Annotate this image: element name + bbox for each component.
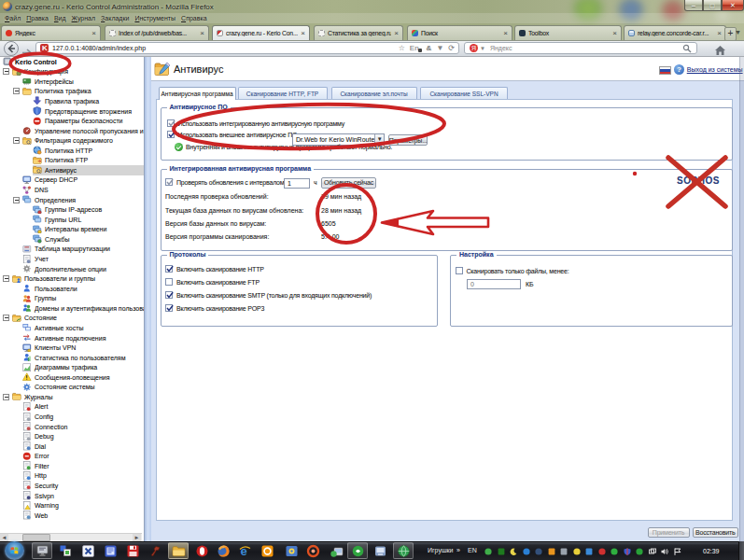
- app-tab-1[interactable]: Сканирование HTTP, FTP: [238, 87, 328, 99]
- taskbar-icon-tool-darkred[interactable]: [148, 544, 162, 558]
- tree-item-body[interactable]: DNS: [22, 185, 144, 195]
- tree-item-kerio-control[interactable]: Kerio Control: [0, 57, 144, 67]
- tree-item-пользователи[interactable]: Пользователи: [0, 284, 144, 294]
- tree-item-таблица-маршрутизации[interactable]: Таблица маршрутизации: [0, 244, 144, 254]
- tree-item-фильтрация-содержимого[interactable]: Фильтрация содержимого: [0, 135, 144, 146]
- menu-0[interactable]: Файл: [5, 15, 21, 21]
- menu-4[interactable]: Закладки: [101, 15, 129, 21]
- tree-item-warning[interactable]: Warning: [0, 500, 144, 511]
- tree-item-интервалы-времени[interactable]: Интервалы времени: [0, 224, 144, 234]
- tray-window-icon[interactable]: [649, 548, 656, 555]
- browser-tab-4[interactable]: Поиск×: [407, 25, 512, 40]
- url-dropdown-caret[interactable]: ▼: [436, 44, 443, 52]
- tree-item-body[interactable]: Warning: [22, 500, 144, 511]
- tree-item-журналы[interactable]: Журналы: [0, 392, 144, 402]
- logout-link[interactable]: Выход из системы: [687, 66, 743, 73]
- browser-tab-0[interactable]: Яндекс×: [1, 25, 101, 40]
- checkbox-checked[interactable]: [167, 119, 175, 127]
- tree-item-политика-http[interactable]: Политика HTTP: [0, 146, 144, 156]
- tree-expander-minus[interactable]: [3, 394, 9, 400]
- tray-grey-cam-icon[interactable]: [560, 548, 568, 555]
- menu-2[interactable]: Вид: [54, 15, 66, 21]
- tree-item-body[interactable]: Debug: [22, 431, 144, 441]
- tree-item-пользователи-и-группы[interactable]: Пользователи и группы: [0, 273, 144, 284]
- tree-item-sslvpn[interactable]: Sslvpn: [0, 491, 144, 501]
- tree-item-body[interactable]: Пользователи: [22, 284, 144, 294]
- tree-item-body[interactable]: Политика FTP: [33, 155, 144, 165]
- tree-item-интерфейсы[interactable]: Интерфейсы: [0, 77, 144, 87]
- taskbar-toolbar-label[interactable]: Игрушки: [428, 547, 454, 553]
- tree-item-антивирус[interactable]: Антивирус: [0, 165, 144, 175]
- checkbox-checked[interactable]: [167, 131, 175, 138]
- tree-item-состояние-системы[interactable]: Состояние системы: [0, 382, 144, 392]
- tree-item-определения[interactable]: Определения: [0, 195, 144, 205]
- tab-list-button[interactable]: ▼: [735, 29, 741, 36]
- tray-moon-icon[interactable]: [510, 548, 517, 555]
- tree-item-dns[interactable]: DNS: [0, 185, 144, 195]
- bookmark-star-icon[interactable]: ☆: [399, 44, 405, 52]
- taskbar-icon-green-circle[interactable]: [351, 544, 365, 558]
- taskbar-icon-firefox[interactable]: [217, 544, 231, 558]
- tree-item-службы[interactable]: Службы: [0, 234, 144, 245]
- tree-item-body[interactable]: Конфигурация: [12, 66, 144, 77]
- browser-tab-6[interactable]: relay.gene.concorde-car.r...×: [624, 25, 726, 40]
- tree-item-body[interactable]: Службы: [33, 234, 144, 245]
- scroll-right-arrow[interactable]: ►: [133, 534, 141, 541]
- search-placeholder[interactable]: Яндекс: [490, 45, 512, 51]
- tree-item-body[interactable]: Дополнительные опции: [22, 264, 144, 274]
- tree-item-body[interactable]: Предотвращение вторжения: [33, 106, 144, 117]
- tree-item-body[interactable]: Filter: [22, 461, 144, 471]
- taskbar-icon-ring-red[interactable]: [306, 544, 320, 558]
- search-icon[interactable]: [682, 40, 692, 57]
- taskbar-icon-blue-grey-app[interactable]: [373, 544, 387, 558]
- tree-expander-minus[interactable]: [13, 88, 20, 94]
- protocol-checkbox-3[interactable]: Включить сканирование POP3: [165, 304, 264, 312]
- sidebar-horizontal-scrollbar[interactable]: ◄ ►: [0, 533, 142, 541]
- tree-item-body[interactable]: Антивирус: [33, 165, 144, 175]
- tree-item-клиенты-vpn[interactable]: Клиенты VPN: [0, 343, 144, 353]
- tree-item-config[interactable]: Config: [0, 412, 144, 422]
- tray-green-phone-icon[interactable]: [611, 548, 618, 555]
- url-text[interactable]: 127.0.0.1:4080/admin/index.php: [52, 45, 146, 51]
- menu-6[interactable]: Справка: [181, 15, 206, 21]
- tree-item-body[interactable]: Пользователи и группы: [12, 273, 144, 284]
- tree-item-body[interactable]: Активные хосты: [22, 323, 144, 333]
- menu-3[interactable]: Журнал: [72, 15, 96, 21]
- lang-indicator-icon[interactable]: En: [410, 44, 422, 52]
- tree-item-группы-ip-адресов[interactable]: Группы IP-адресов: [0, 204, 144, 215]
- tree-item-body[interactable]: Connection: [22, 422, 144, 432]
- tree-item-управление-полосой-пропускания-и-qos[interactable]: Управление полосой пропускания и QoS: [0, 126, 144, 136]
- tray-red-circle-icon[interactable]: [598, 548, 606, 555]
- tree-item-web[interactable]: Web: [0, 511, 144, 521]
- tree-item-body[interactable]: Сервер DHCP: [22, 175, 144, 185]
- tree-item-параметры-безопасности[interactable]: Параметры безопасности: [0, 116, 144, 126]
- checkbox-checked[interactable]: [165, 291, 173, 299]
- tree-item-body[interactable]: Kerio Control: [3, 57, 144, 67]
- tray-green-sq-icon[interactable]: [498, 548, 505, 555]
- tree-splitter[interactable]: [144, 57, 151, 541]
- checkbox-unchecked[interactable]: [456, 267, 463, 274]
- tree-item-body[interactable]: Группы IP-адресов: [33, 204, 144, 215]
- tree-item-body[interactable]: Определения: [22, 195, 144, 205]
- scrollbar-thumb[interactable]: [22, 534, 50, 541]
- tree-item-body[interactable]: Учет: [22, 254, 144, 264]
- tree-item-body[interactable]: Управление полосой пропускания и QoS: [22, 126, 144, 136]
- tree-item-filter[interactable]: Filter: [0, 461, 144, 471]
- protocol-checkbox-2[interactable]: Включить сканирование SMTP (только для в…: [165, 291, 372, 299]
- tree-item-политика-ftp[interactable]: Политика FTP: [0, 155, 144, 165]
- search-engine-icon[interactable]: [470, 44, 478, 52]
- apply-button[interactable]: Применить: [648, 527, 690, 538]
- tree-item-сообщения-оповещения[interactable]: Сообщения-оповещения: [0, 372, 144, 383]
- tree-item-учет[interactable]: Учет: [0, 254, 144, 264]
- app-tab-0[interactable]: Антивирусная программа: [159, 87, 236, 100]
- forward-button[interactable]: [21, 44, 33, 53]
- tray-orange-sq-icon[interactable]: [548, 548, 555, 555]
- tree-item-конфигурация[interactable]: Конфигурация: [0, 66, 144, 77]
- tree-item-состояние[interactable]: Состояние: [0, 313, 144, 323]
- toolbar-chevron[interactable]: »: [456, 547, 460, 553]
- tree-item-body[interactable]: Статистика по пользователям: [22, 353, 144, 363]
- language-indicator[interactable]: EN: [468, 547, 477, 553]
- tree-item-body[interactable]: Security: [22, 481, 144, 491]
- taskbar-clock[interactable]: 02:39: [703, 548, 720, 554]
- maximize-button[interactable]: ▢: [703, 0, 722, 11]
